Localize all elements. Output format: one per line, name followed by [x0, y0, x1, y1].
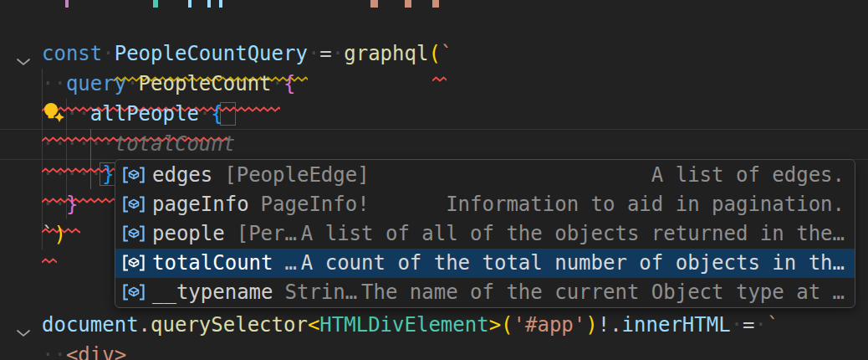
code-token: (	[428, 42, 440, 65]
suggestion-item-selected[interactable]: totalCount…A count of the total number o…	[115, 249, 855, 278]
code-token: allPeople	[90, 102, 199, 126]
code-token: PeopleCountQuery	[115, 42, 308, 65]
code-token: query	[66, 72, 126, 95]
fold-chevron-icon[interactable]	[16, 320, 31, 330]
code-token: ··	[66, 102, 90, 126]
line-query-peoplecount: ··query·PeopleCount·{	[0, 69, 868, 99]
code-token: ······	[42, 132, 115, 156]
symbol-field-icon	[121, 224, 146, 243]
suggestion-label: __typename	[152, 280, 273, 304]
clipped-line-glyph-fragment	[188, 0, 191, 8]
clipped-line-glyph-fragment	[405, 0, 411, 8]
inline-suggestion-ghost-text: totalCount	[115, 132, 236, 156]
suggestion-item[interactable]: __typenameStrin…The name of the current …	[115, 278, 855, 307]
code-token: HTMLDivElement	[319, 313, 488, 337]
code-token: document	[42, 313, 139, 337]
code-token: }	[102, 162, 114, 186]
code-token: innerHTML	[622, 313, 731, 337]
code-token: const	[42, 42, 102, 65]
code-token: <	[308, 313, 319, 337]
code-token: >	[489, 313, 501, 337]
suggestion-label: people	[152, 222, 225, 245]
suggest-widget: edges[PeopleEdge]A list of edges.pageInf…	[115, 159, 855, 308]
code-editor: const·PeopleCountQuery·=·graphql(`··quer…	[0, 0, 868, 360]
clipped-line-glyph-fragment	[153, 0, 158, 8]
code-token: ·	[332, 42, 344, 65]
clipped-line-glyph-fragment	[432, 0, 439, 8]
suggestion-label: edges	[152, 163, 212, 187]
suggestion-item[interactable]: pageInfoPageInfo!Information to aid in p…	[115, 189, 855, 219]
suggestion-description: The name of the current Object type at …	[361, 280, 845, 304]
suggestion-item[interactable]: edges[PeopleEdge]A list of edges.	[115, 160, 855, 189]
code-token: `	[441, 42, 452, 65]
code-token: ·····	[42, 162, 102, 186]
code-token: ·	[199, 102, 211, 126]
symbol-field-icon	[121, 195, 146, 213]
code-token: )	[585, 313, 597, 337]
clipped-line-glyph-fragment	[207, 0, 211, 8]
code-token: .	[610, 313, 621, 337]
lightbulb-sparkle-icon[interactable]	[42, 100, 67, 127]
line-div-open: ··<div>	[0, 340, 868, 360]
code-token: querySelector	[151, 313, 308, 337]
suggestion-item[interactable]: people[Per…A list of all of the objects …	[115, 219, 855, 248]
line-const-declaration: const·PeopleCountQuery·=·graphql(`	[0, 39, 868, 69]
code-token: .	[139, 313, 151, 337]
code-token: ·	[126, 72, 138, 95]
code-token: graphql	[344, 42, 428, 65]
code-token: ·	[272, 72, 283, 95]
suggestion-detail: Strin…	[285, 280, 358, 304]
symbol-field-icon	[121, 283, 146, 301]
code-token: ·	[731, 313, 743, 337]
code-token: {	[283, 72, 295, 95]
suggestion-detail: …	[285, 251, 297, 275]
code-token: }	[66, 193, 78, 216]
symbol-field-icon	[121, 166, 146, 184]
suggestion-detail: [Per…	[237, 222, 297, 245]
code-token: (	[501, 313, 513, 337]
suggestion-label: totalCount	[152, 251, 273, 275]
code-token: `	[42, 223, 54, 246]
code-token: '#app'	[513, 313, 586, 337]
clipped-line-glyph-fragment	[219, 0, 222, 8]
suggestion-description: A list of edges.	[651, 163, 845, 187]
suggestion-description: Information to aid in pagination.	[446, 193, 845, 216]
suggestion-detail: PageInfo!	[261, 193, 370, 216]
code-token: )	[54, 223, 65, 246]
code-token: =	[743, 313, 754, 337]
code-token: ··	[42, 193, 66, 216]
code-token: ·	[755, 313, 767, 337]
code-token: <div>	[66, 343, 126, 360]
suggestion-label: pageInfo	[152, 193, 249, 216]
fold-chevron-icon[interactable]	[16, 49, 31, 59]
clipped-line-glyph-fragment	[65, 0, 69, 8]
suggestion-detail: [PeopleEdge]	[224, 163, 369, 187]
code-token: `	[767, 313, 779, 337]
code-token: {	[211, 102, 222, 126]
code-token: !	[598, 313, 610, 337]
clipped-line-glyph-fragment	[370, 0, 378, 8]
suggestion-description: A list of all of the objects returned in…	[301, 222, 845, 245]
line-queryselector: document.querySelector<HTMLDivElement>('…	[0, 310, 868, 340]
suggestion-description: A count of the total number of objects i…	[301, 251, 845, 275]
line-allpeople: ··allPeople·{	[0, 99, 868, 129]
code-token: ·	[102, 42, 114, 65]
symbol-field-icon	[121, 254, 146, 272]
line-ghost-totalcount: ······totalCount	[0, 129, 868, 159]
code-token: ··	[42, 72, 66, 95]
code-token: ··	[42, 343, 66, 360]
code-token: PeopleCount	[139, 72, 272, 95]
code-token: =	[319, 42, 331, 65]
code-token: ·	[308, 42, 319, 65]
